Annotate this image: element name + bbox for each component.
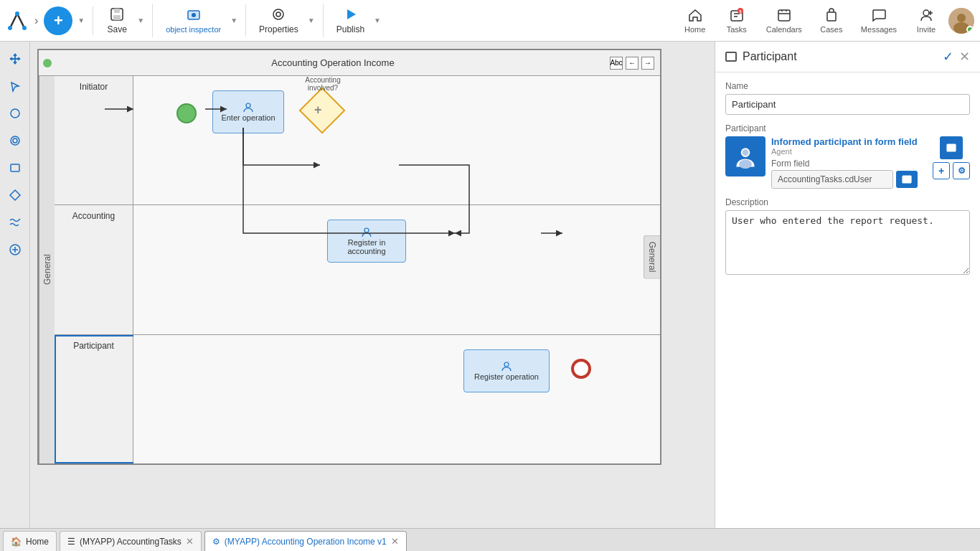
register-operation-label: Register operation [474, 372, 539, 381]
tab-home[interactable]: 🏠 Home [3, 531, 57, 551]
expand-ctrl[interactable]: → [641, 57, 654, 70]
toolbar: › + ▼ Save ▼ object inspector ▼ Properti… [0, 0, 980, 42]
text-ctrl[interactable]: Abc [610, 57, 623, 70]
participant-section: Participant Informed participant in form… [725, 123, 970, 189]
tab-accounting-tasks-icon: ☰ [67, 537, 75, 547]
tab-accounting-op-income[interactable]: ⚙ (MYAPP) Accounting Operation Income v1… [204, 531, 407, 551]
back-arrow[interactable]: › [34, 14, 38, 27]
publish-dropdown[interactable]: ▼ [372, 17, 383, 24]
save-button[interactable]: Save [99, 4, 135, 37]
enter-operation-task[interactable]: Enter operation [212, 90, 284, 133]
publish-button[interactable]: Publish [329, 4, 372, 37]
canvas-area[interactable]: Accounting Operation Income Abc ← → Gene… [30, 42, 715, 528]
logo[interactable] [6, 9, 29, 32]
svg-point-27 [364, 228, 369, 232]
register-in-accounting-task[interactable]: Register in accounting [327, 220, 406, 263]
description-field-group: Description [725, 197, 970, 277]
participant-link[interactable]: Informed participant in form field [771, 136, 918, 147]
svg-point-26 [246, 103, 250, 108]
register-accounting-label: Register in accounting [331, 238, 402, 255]
lane-initiator-content: Enter operation + Accounting involved? [133, 76, 660, 204]
diagram-header-controls: Abc ← → [610, 57, 660, 70]
object-inspector-button[interactable]: object inspector [159, 4, 228, 37]
right-panel-title: Participant [725, 50, 797, 63]
name-input[interactable] [725, 94, 970, 115]
pan-tool[interactable] [4, 47, 27, 70]
select-tool[interactable] [4, 75, 27, 98]
lane-initiator: Initiator Enter operation [55, 76, 660, 205]
tab-accounting-op-label: (MYAPP) Accounting Operation Income v1 [225, 537, 387, 547]
invite-nav-button[interactable]: Invite [907, 4, 946, 37]
svg-rect-5 [113, 15, 121, 20]
participant-section-label: Participant [725, 123, 970, 133]
tab-accounting-tasks-label: (MYAPP) AccountingTasks [80, 537, 182, 547]
diagram-header: Accounting Operation Income Abc ← → [39, 50, 660, 76]
collapse-ctrl[interactable]: ← [626, 57, 639, 70]
svg-point-0 [15, 11, 19, 16]
calendars-nav-button[interactable]: Calendars [759, 4, 809, 37]
svg-point-21 [11, 136, 19, 145]
user-avatar[interactable] [948, 8, 974, 34]
description-textarea[interactable] [725, 210, 970, 275]
svg-point-22 [13, 138, 17, 143]
svg-point-9 [276, 12, 281, 17]
participant-icon [725, 52, 737, 62]
right-panel: Participant ✓ ✕ Name Participant [715, 42, 980, 528]
close-panel-button[interactable]: ✕ [959, 49, 970, 65]
svg-point-20 [11, 109, 19, 118]
right-panel-body: Name Participant Informed participant in… [715, 72, 980, 286]
online-status-dot [966, 26, 974, 33]
form-field-icon-btn[interactable] [896, 171, 918, 188]
add-participant-btn[interactable]: + [933, 162, 950, 179]
svg-point-28 [504, 362, 509, 367]
right-panel-header: Participant ✓ ✕ [715, 42, 980, 72]
rect-tool[interactable] [4, 156, 27, 179]
confirm-button[interactable]: ✓ [943, 49, 953, 65]
form-field-input[interactable] [771, 170, 893, 189]
svg-point-2 [22, 26, 27, 30]
start-event[interactable] [176, 103, 197, 123]
svg-point-8 [273, 9, 283, 19]
diamond-tool[interactable] [4, 184, 27, 207]
lane-accounting: Accounting Register in accounting [55, 205, 660, 334]
ring-tool[interactable] [4, 129, 27, 152]
participant-role: Agent [771, 147, 918, 156]
wave-tool[interactable] [4, 211, 27, 234]
diagram-title: Accounting Operation Income [56, 57, 610, 68]
pool-label: General [39, 76, 55, 463]
lanes-area: General Initiator Enter oper [39, 76, 660, 463]
tab-accounting-op-close[interactable]: ✕ [391, 536, 399, 547]
description-label: Description [725, 197, 970, 207]
home-nav-button[interactable]: Home [676, 4, 715, 37]
svg-point-7 [192, 13, 196, 17]
enter-operation-label: Enter operation [221, 113, 275, 122]
properties-group: Properties ▼ [252, 4, 324, 37]
properties-dropdown[interactable]: ▼ [306, 17, 317, 24]
add-group: + ▼ [44, 6, 93, 35]
svg-rect-36 [903, 176, 911, 183]
add-button[interactable]: + [44, 6, 72, 35]
end-event[interactable] [571, 359, 591, 379]
cases-nav-button[interactable]: Cases [812, 4, 851, 37]
tab-home-label: Home [26, 537, 49, 547]
bottom-tabs: 🏠 Home ☰ (MYAPP) AccountingTasks ✕ ⚙ (MY… [0, 528, 980, 551]
message-btn[interactable] [940, 136, 963, 159]
svg-rect-37 [947, 144, 956, 151]
add-dropdown-arrow[interactable]: ▼ [75, 17, 87, 24]
properties-button[interactable]: Properties [252, 4, 306, 37]
svg-point-34 [743, 149, 749, 156]
circle-tool[interactable] [4, 102, 27, 125]
save-dropdown-arrow[interactable]: ▼ [135, 17, 146, 24]
object-inspector-dropdown[interactable]: ▼ [228, 17, 240, 24]
gateway-accounting[interactable] [298, 87, 345, 133]
messages-nav-button[interactable]: Messages [854, 4, 904, 37]
settings-participant-btn[interactable]: ⚙ [953, 162, 970, 179]
register-operation-task[interactable]: Register operation [463, 349, 550, 392]
object-inspector-group: object inspector ▼ [159, 4, 246, 37]
general-tab[interactable]: General [644, 235, 660, 279]
tab-accounting-tasks-close[interactable]: ✕ [186, 536, 194, 547]
tasks-nav-button[interactable]: 9 Tasks [717, 4, 756, 37]
tab-accounting-tasks[interactable]: ☰ (MYAPP) AccountingTasks ✕ [60, 531, 202, 551]
add-element-tool[interactable] [4, 238, 27, 261]
svg-point-18 [957, 14, 966, 22]
